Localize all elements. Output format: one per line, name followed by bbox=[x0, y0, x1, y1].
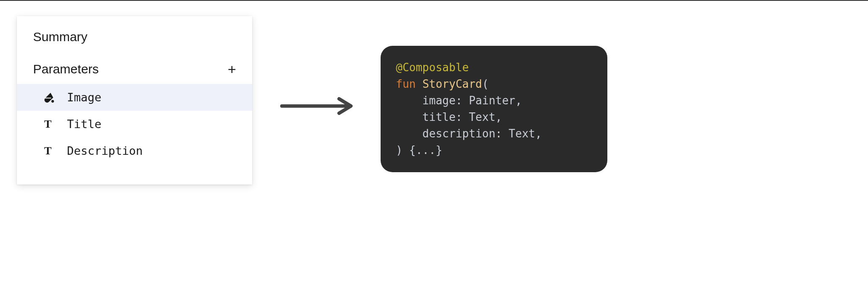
code-line: image: Painter, bbox=[396, 92, 592, 109]
param-name-token: image bbox=[423, 94, 456, 107]
annotation-token: @Composable bbox=[396, 61, 469, 74]
text-icon: T bbox=[42, 145, 54, 157]
parameter-row-title[interactable]: T Title bbox=[17, 111, 252, 137]
top-border bbox=[0, 0, 868, 1]
code-snippet: @Composable fun StoryCard( image: Painte… bbox=[381, 46, 607, 172]
arrow-icon bbox=[280, 95, 356, 117]
code-line: fun StoryCard( bbox=[396, 76, 592, 92]
param-name-token: title bbox=[423, 111, 456, 123]
parameter-name: Description bbox=[67, 144, 143, 157]
keyword-token: fun bbox=[396, 78, 416, 90]
code-line: title: Text, bbox=[396, 109, 592, 126]
param-type-token: Text bbox=[509, 127, 535, 140]
code-line: description: Text, bbox=[396, 126, 592, 142]
fill-icon bbox=[42, 91, 54, 104]
param-type-token: Text bbox=[469, 111, 495, 123]
add-parameter-icon[interactable]: + bbox=[228, 62, 236, 76]
text-icon: T bbox=[42, 118, 54, 131]
parameter-name: Image bbox=[67, 91, 101, 104]
svg-point-0 bbox=[51, 100, 54, 102]
function-name-token: StoryCard bbox=[423, 78, 482, 90]
parameters-panel: Summary Parameters + Image T Title T Des… bbox=[17, 16, 252, 184]
parameters-header: Parameters + bbox=[17, 62, 252, 76]
code-line: ) {...} bbox=[396, 142, 592, 159]
code-line: @Composable bbox=[396, 59, 592, 76]
open-paren: ( bbox=[482, 78, 489, 90]
param-type-token: Painter bbox=[469, 94, 515, 107]
parameters-label: Parameters bbox=[33, 62, 99, 76]
body-token: {...} bbox=[409, 144, 442, 156]
parameter-row-description[interactable]: T Description bbox=[17, 137, 252, 164]
close-paren: ) bbox=[396, 144, 403, 156]
param-name-token: description bbox=[423, 127, 495, 140]
parameter-row-image[interactable]: Image bbox=[17, 84, 252, 111]
parameter-name: Title bbox=[67, 117, 101, 131]
panel-title: Summary bbox=[17, 30, 252, 44]
